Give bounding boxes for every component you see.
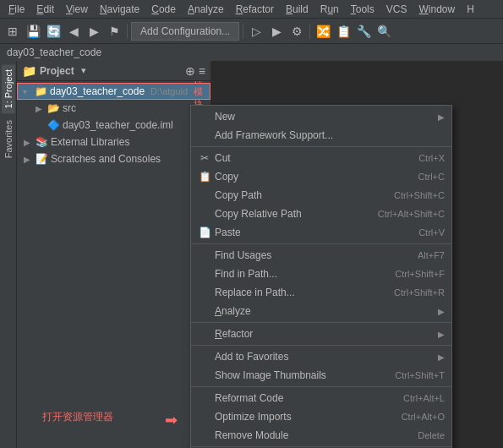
toolbar-settings-btn[interactable]: 🔧 — [354, 22, 373, 41]
menu-new-label: New — [215, 111, 235, 123]
menu-show-thumbnails[interactable]: Show Image Thumbnails Ctrl+Shift+T — [191, 366, 451, 385]
menu-copy-relative-path[interactable]: Copy Relative Path Ctrl+Alt+Shift+C — [191, 205, 451, 223]
menu-cut[interactable]: ✂ Cut Ctrl+X — [191, 149, 451, 167]
project-dropdown-arrow[interactable]: ▾ — [81, 65, 86, 76]
bottom-annotation: 打开资源管理器 — [42, 410, 113, 424]
copy-icon: 📋 — [198, 171, 211, 183]
menu-refactor[interactable]: Refactor — [231, 2, 279, 17]
toolbar-sep3 — [309, 24, 310, 39]
menu-add-favorites-arrow: ▶ — [438, 352, 445, 362]
menu-navigate[interactable]: Navigate — [95, 2, 145, 17]
menu-sep2 — [191, 243, 451, 244]
tree-scratches-item[interactable]: ▶ 📝 Scratches and Consoles — [17, 150, 210, 167]
menu-find-usages[interactable]: Find Usages Alt+F7 — [191, 246, 451, 265]
menu-refactor-arrow: ▶ — [438, 330, 445, 339]
menu-window[interactable]: Window — [413, 2, 460, 17]
menu-copy-path[interactable]: Copy Path Ctrl+Shift+C — [191, 186, 451, 205]
project-add-icon[interactable]: ⊕ — [185, 64, 195, 78]
side-tab-project[interactable]: 1: Project — [2, 64, 15, 113]
add-config-button[interactable]: Add Configuration... — [131, 22, 239, 41]
toolbar-vcs2-btn[interactable]: 📋 — [334, 22, 353, 41]
menu-add-framework-label: Add Framework Support... — [215, 129, 333, 141]
toolbar-run-btn[interactable]: ▶ — [267, 22, 286, 41]
menu-sep3 — [191, 322, 451, 323]
menu-reformat-label: Reformat Code — [215, 392, 283, 404]
toolbar: ⊞ 💾 🔄 ◀ ▶ ⚑ Add Configuration... ▷ ▶ ⚙ 🔀… — [0, 19, 503, 44]
tree-scratches-icon: 📝 — [35, 153, 48, 165]
project-tree: ▾ 📁 day03_teacher_code D:\atguid 选择模块名 ▶… — [17, 81, 210, 448]
menu-file[interactable]: File — [3, 2, 30, 17]
menu-paste[interactable]: 📄 Paste Ctrl+V — [191, 223, 451, 242]
toolbar-save-btn[interactable]: 💾 — [24, 22, 42, 41]
menu-copy[interactable]: 📋 Copy Ctrl+C — [191, 167, 451, 186]
menu-show-thumbnails-shortcut: Ctrl+Shift+T — [395, 370, 445, 380]
toolbar-run-config-btn[interactable]: ⚑ — [105, 22, 123, 41]
tree-iml-label: day03_teacher_code.iml — [63, 119, 173, 131]
menu-refactor[interactable]: Refactor ▶ — [191, 325, 451, 343]
toolbar-search-btn[interactable]: 🔍 — [375, 22, 393, 41]
tree-root-folder-icon: 📁 — [34, 85, 47, 97]
menu-new[interactable]: New ▶ — [191, 107, 451, 126]
tree-external-arrow: ▶ — [24, 138, 32, 147]
menu-copy-path-shortcut: Ctrl+Shift+C — [394, 190, 445, 200]
project-settings-icon[interactable]: ≡ — [199, 64, 205, 78]
menu-copy-shortcut: Ctrl+C — [418, 172, 445, 182]
menu-paste-shortcut: Ctrl+V — [418, 227, 445, 238]
toolbar-coverage-btn[interactable]: ⚙ — [287, 22, 306, 41]
toolbar-vcs-btn[interactable]: 🔀 — [314, 22, 332, 41]
menu-refactor-label: Refactor — [215, 328, 253, 340]
tree-root-path: D:\atguid — [150, 86, 188, 96]
menu-optimize-label: Optimize Imports — [215, 411, 292, 423]
menu-add-framework[interactable]: Add Framework Support... — [191, 126, 451, 145]
menu-optimize[interactable]: Optimize Imports Ctrl+Alt+O — [191, 407, 451, 426]
menu-vcs[interactable]: VCS — [381, 2, 413, 17]
menu-analyze-arrow: ▶ — [438, 307, 445, 316]
toolbar-sync-btn[interactable]: 🔄 — [44, 22, 63, 41]
menu-copy-relative-shortcut: Ctrl+Alt+Shift+C — [378, 209, 445, 219]
menu-code[interactable]: Code — [146, 2, 181, 17]
menu-analyze[interactable]: Analyze — [183, 2, 229, 17]
side-tab-favorites[interactable]: Favorites — [2, 115, 15, 163]
project-header-label: Project — [40, 65, 74, 77]
menu-tools[interactable]: Tools — [346, 2, 380, 17]
toolbar-back-btn[interactable]: ◀ — [64, 22, 83, 41]
menu-reformat-shortcut: Ctrl+Alt+L — [403, 393, 445, 403]
context-menu: New ▶ Add Framework Support... ✂ Cut Ctr… — [190, 105, 452, 448]
menu-add-favorites-label: Add to Favorites — [215, 351, 288, 363]
menu-sep6 — [191, 446, 451, 447]
toolbar-sep2 — [243, 24, 243, 39]
menu-sep5 — [191, 386, 451, 387]
menu-find-usages-label: Find Usages — [215, 249, 271, 261]
toolbar-project-btn[interactable]: ⊞ — [3, 22, 22, 41]
cut-icon: ✂ — [198, 152, 211, 164]
menu-optimize-shortcut: Ctrl+Alt+O — [402, 412, 445, 422]
project-header: 📁 Project ▾ ⊕ ≡ — [17, 61, 210, 81]
tree-src-label: src — [63, 102, 76, 114]
menu-build[interactable]: Build — [281, 2, 314, 17]
tree-external-item[interactable]: ▶ 📚 External Libraries — [17, 134, 210, 150]
menu-add-favorites[interactable]: Add to Favorites ▶ — [191, 347, 451, 366]
tree-src-item[interactable]: ▶ 📂 src — [17, 100, 210, 117]
tree-iml-item[interactable]: 🔷 day03_teacher_code.iml — [17, 117, 210, 134]
tree-root-item[interactable]: ▾ 📁 day03_teacher_code D:\atguid 选择模块名 — [17, 83, 210, 100]
toolbar-debug-btn[interactable]: ▷ — [247, 22, 265, 41]
menu-remove-module[interactable]: Remove Module Delete — [191, 426, 451, 445]
menu-edit[interactable]: Edit — [31, 2, 59, 17]
menu-help[interactable]: H — [462, 2, 479, 17]
paste-icon: 📄 — [198, 227, 211, 238]
toolbar-forward-btn[interactable]: ▶ — [85, 22, 103, 41]
menu-find-in-path[interactable]: Find in Path... Ctrl+Shift+F — [191, 265, 451, 283]
main-content: 1: Project Favorites 📁 Project ▾ ⊕ ≡ ▾ 📁… — [0, 61, 503, 448]
menu-run[interactable]: Run — [315, 2, 344, 17]
menu-replace-in-path[interactable]: Replace in Path... Ctrl+Shift+R — [191, 283, 451, 302]
menu-find-in-path-label: Find in Path... — [215, 268, 277, 280]
menu-show-thumbnails-label: Show Image Thumbnails — [215, 369, 326, 381]
title-label: day03_teacher_code — [7, 46, 101, 58]
project-header-actions: ⊕ ≡ — [185, 64, 205, 78]
menu-analyze[interactable]: Analyze ▶ — [191, 302, 451, 320]
menu-copy-label: Copy — [215, 171, 238, 183]
tree-root-arrow: ▾ — [23, 87, 31, 96]
menu-reformat[interactable]: Reformat Code Ctrl+Alt+L — [191, 389, 451, 407]
side-tab: 1: Project Favorites — [0, 61, 17, 448]
menu-view[interactable]: View — [61, 2, 93, 17]
